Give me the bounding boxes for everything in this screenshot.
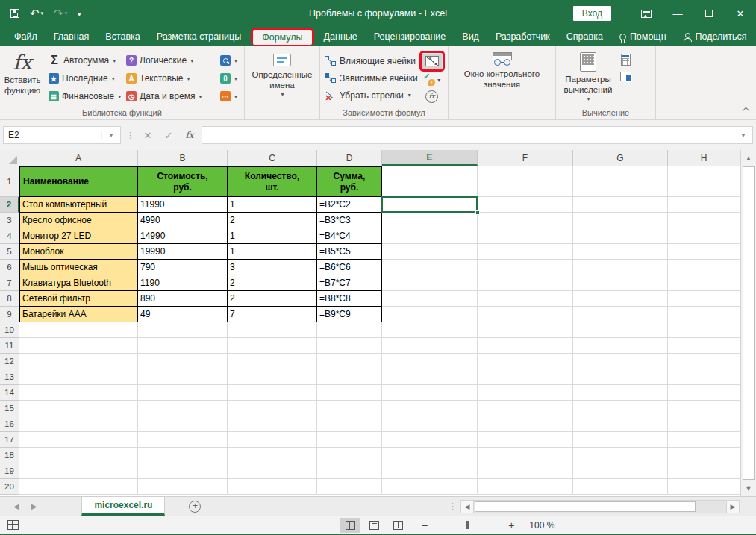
cell-G8[interactable] [573,291,668,307]
cell-H20[interactable] [668,479,740,495]
cell-B5[interactable]: 19990 [138,244,228,260]
cell-E12[interactable] [382,354,478,369]
row-header-6[interactable]: 6 [0,260,19,275]
cell-G13[interactable] [573,369,668,385]
formula-input[interactable]: ▼ [202,126,753,144]
cell-A16[interactable] [19,416,138,432]
column-header-F[interactable]: F [478,150,573,166]
cell-F16[interactable] [478,416,573,432]
cell-D19[interactable] [317,463,382,479]
cell-B3[interactable]: 4990 [138,213,228,228]
cell-A3[interactable]: Кресло офисное [19,213,138,228]
logical-button[interactable]: ?Логические▾ [122,51,216,69]
confirm-entry-button[interactable]: ✓ [160,130,178,141]
cell-E18[interactable] [382,448,478,463]
cell-H10[interactable] [668,322,740,338]
cell-G3[interactable] [573,213,668,228]
tab-page-layout[interactable]: Разметка страницы [149,28,249,45]
cell-E11[interactable] [382,338,478,354]
cell-B17[interactable] [138,432,228,448]
text-functions-button[interactable]: AТекстовые▾ [122,69,216,87]
cell-C19[interactable] [228,463,317,479]
datetime-button[interactable]: ◷Дата и время▾ [122,87,216,105]
cell-B6[interactable]: 790 [138,260,228,275]
cell-C20[interactable] [228,479,317,495]
cell-G5[interactable] [573,244,668,260]
cell-B15[interactable] [138,401,228,416]
vertical-scroll-thumb[interactable] [743,166,755,480]
cell-A1[interactable]: Наименование [19,166,138,197]
horizontal-scroll-thumb[interactable] [475,501,696,512]
cell-D20[interactable] [317,479,382,495]
cell-F18[interactable] [478,448,573,463]
cell-H18[interactable] [668,448,740,463]
cell-H9[interactable] [668,307,740,322]
cell-C13[interactable] [228,369,317,385]
cell-G9[interactable] [573,307,668,322]
cell-C2[interactable]: 1 [228,197,317,213]
cell-C1[interactable]: Количество, шт. [228,166,317,197]
tab-help[interactable]: Справка [558,28,611,45]
zoom-level[interactable]: 100 % [522,520,554,531]
cell-D11[interactable] [317,338,382,354]
cell-E9[interactable] [382,307,478,322]
cell-B8[interactable]: 890 [138,291,228,307]
sheet-prev-icon[interactable]: ◀ [13,502,19,510]
cell-B11[interactable] [138,338,228,354]
row-header-5[interactable]: 5 [0,244,19,260]
save-button[interactable] [10,9,19,18]
cell-C7[interactable]: 2 [228,275,317,291]
cell-E8[interactable] [382,291,478,307]
tab-data[interactable]: Данные [316,28,366,45]
cell-A19[interactable] [19,463,138,479]
cell-H16[interactable] [668,416,740,432]
cell-H11[interactable] [668,338,740,354]
column-header-B[interactable]: B [138,150,228,166]
name-box[interactable]: E2 ▼ [3,126,121,144]
cell-H14[interactable] [668,385,740,401]
page-layout-view-button[interactable] [363,518,384,533]
cell-E6[interactable] [382,260,478,275]
cell-C16[interactable] [228,416,317,432]
maximize-button[interactable] [693,0,725,27]
cell-C5[interactable]: 1 [228,244,317,260]
cell-E2[interactable] [382,197,478,213]
cell-F13[interactable] [478,369,573,385]
cell-B2[interactable]: 11990 [138,197,228,213]
row-header-17[interactable]: 17 [0,432,19,448]
cell-E4[interactable] [382,228,478,244]
cell-H7[interactable] [668,275,740,291]
cell-H13[interactable] [668,369,740,385]
cell-D3[interactable]: =B3*C3 [317,213,382,228]
cell-A17[interactable] [19,432,138,448]
scroll-left-icon[interactable]: ◀ [460,500,474,513]
scroll-up-icon[interactable]: ▲ [741,150,756,166]
cell-F5[interactable] [478,244,573,260]
scroll-right-icon[interactable]: ▶ [726,500,740,513]
error-checking-button[interactable]: ✓!▾ [423,72,440,88]
column-header-D[interactable]: D [317,150,382,166]
zoom-slider-handle[interactable] [466,521,469,529]
select-all-corner[interactable] [0,150,19,166]
row-header-9[interactable]: 9 [0,307,19,322]
cell-B19[interactable] [138,463,228,479]
cell-E19[interactable] [382,463,478,479]
tab-view[interactable]: Вид [454,28,487,45]
cell-F10[interactable] [478,322,573,338]
cell-H15[interactable] [668,401,740,416]
cell-C3[interactable]: 2 [228,213,317,228]
cell-G14[interactable] [573,385,668,401]
cell-C9[interactable]: 7 [228,307,317,322]
insert-function-small-button[interactable]: fx [181,130,199,140]
column-header-G[interactable]: G [573,150,668,166]
column-header-H[interactable]: H [668,150,740,166]
tab-share[interactable]: Поделиться [675,28,755,45]
close-button[interactable]: ✕ [725,0,756,27]
row-header-8[interactable]: 8 [0,291,19,307]
cell-D4[interactable]: =B4*C4 [317,228,382,244]
show-formulas-button[interactable]: 15а [422,54,442,69]
row-header-1[interactable]: 1 [0,166,19,197]
row-header-18[interactable]: 18 [0,448,19,463]
cell-A13[interactable] [19,369,138,385]
more-functions-button[interactable]: ⋯▾ [216,87,242,105]
